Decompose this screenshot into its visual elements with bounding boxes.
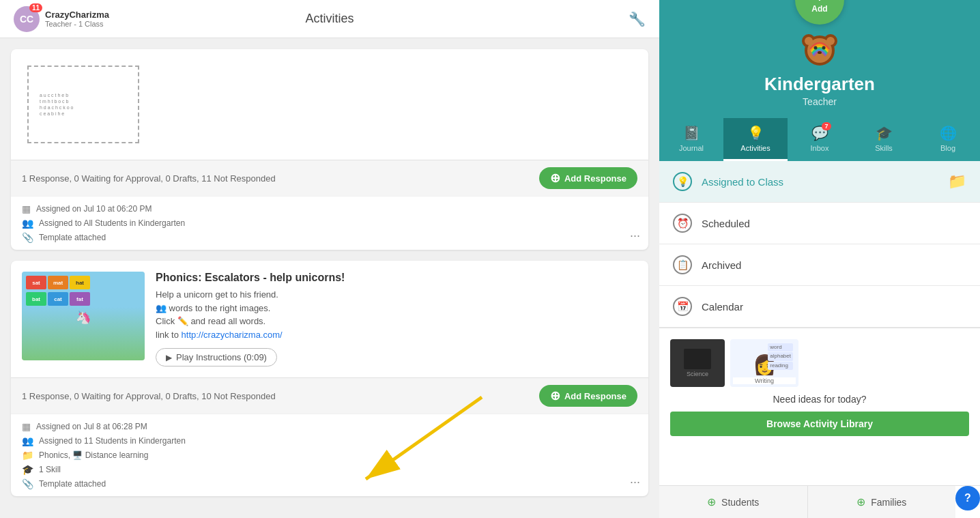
meta-assigned-date-2: ▦ Assigned on Jul 8 at 06:28 PM <box>22 421 637 432</box>
calendar-menu-icon: 📅 <box>673 297 692 316</box>
play-instructions-button[interactable]: ▶ Play Instructions (0:09) <box>156 348 277 366</box>
ideas-text: Need ideas for today? <box>670 394 969 405</box>
add-label: Add <box>811 4 827 14</box>
graduate-icon-2: 🎓 <box>22 464 33 475</box>
user-role: Teacher - 1 Class <box>45 20 109 28</box>
tab-activities[interactable]: 💡 Activities <box>723 118 788 161</box>
paperclip-icon-1: 📎 <box>22 232 33 243</box>
desc-line-3: Click ✏️ and read all words. <box>156 316 265 326</box>
meta-skills-2: 🎓 1 Skill <box>22 464 637 475</box>
activities-label: Activities <box>740 144 770 152</box>
menu-item-scheduled[interactable]: ⏰ Scheduled <box>659 203 980 244</box>
add-response-button-1[interactable]: ⊕ Add Response <box>539 167 637 189</box>
user-profile[interactable]: CC 11 CrazyCharizma Teacher - 1 Class <box>14 6 109 32</box>
play-triangle-icon: ▶ <box>166 353 172 362</box>
plus-icon-2: ⊕ <box>550 390 560 402</box>
sidebar: + Add <box>659 0 980 518</box>
sidebar-header: + Add <box>659 0 980 118</box>
nav-tabs: 📓 Journal 💡 Activities 💬 7 Inbox 🎓 Skill… <box>659 118 980 161</box>
assigned-icon: 💡 <box>673 172 692 191</box>
skills-2: 1 Skill <box>39 465 61 474</box>
calendar-icon-1: ▦ <box>22 203 31 214</box>
card-meta-2: ▦ Assigned on Jul 8 at 06:28 PM 👥 Assign… <box>11 414 648 496</box>
add-button[interactable]: + Add <box>795 0 844 25</box>
response-bar-1: 1 Response, 0 Waiting for Approval, 0 Dr… <box>11 160 648 196</box>
paperclip-icon-2: 📎 <box>22 478 33 489</box>
menu-item-archived[interactable]: 📋 Archived <box>659 244 980 286</box>
scheduled-icon: ⏰ <box>673 214 692 233</box>
idea-thumb-writing: word alphabet reading 👩 Writing <box>730 339 798 387</box>
calendar-icon-2: ▦ <box>22 421 31 432</box>
card-title-2: Phonics: Escalators - help unicorns! <box>156 272 637 284</box>
svg-point-10 <box>818 51 822 54</box>
template-label-1: Template attached <box>39 233 106 242</box>
families-button[interactable]: ⊕ Families <box>808 486 956 518</box>
template-label-2: Template attached <box>39 479 106 489</box>
bottom-buttons: ⊕ Students ⊕ Families ? <box>659 485 980 518</box>
svg-point-9 <box>822 46 826 50</box>
card-info-2: Phonics: Escalators - help unicorns! Hel… <box>156 272 637 366</box>
activity-card-2: sat mat hat bat cat fat 🦄 <box>11 261 648 496</box>
meta-assigned-to-2: 👥 Assigned to 11 Students in Kindergarte… <box>22 435 637 446</box>
card-thumbnail-1: a u c c t h e b t m h t b o c b h d a c … <box>22 60 145 149</box>
journal-label: Journal <box>679 144 704 152</box>
tab-blog[interactable]: 🌐 Blog <box>916 118 980 161</box>
people-icon-1: 👥 <box>22 218 33 229</box>
page-title: Activities <box>305 12 354 26</box>
response-text-2: 1 Response, 0 Waiting for Approval, 0 Dr… <box>22 391 276 401</box>
card-info-1 <box>156 60 637 149</box>
students-button[interactable]: ⊕ Students <box>659 486 808 518</box>
assigned-folder-icon: 📁 <box>948 173 966 190</box>
ideas-preview: Science word alphabet reading 👩 Writing <box>670 339 969 387</box>
archived-label: Archived <box>702 259 966 271</box>
browse-library-button[interactable]: Browse Activity Library <box>670 412 969 436</box>
response-bar-2: 1 Response, 0 Waiting for Approval, 0 Dr… <box>11 377 648 414</box>
card-meta-1: ▦ Assigned on Jul 10 at 06:20 PM 👥 Assig… <box>11 196 648 250</box>
skills-label: Skills <box>875 144 893 152</box>
response-text-1: 1 Response, 0 Waiting for Approval, 0 Dr… <box>22 173 276 184</box>
skills-icon: 🎓 <box>876 125 893 141</box>
blog-icon: 🌐 <box>940 125 957 141</box>
svg-point-7 <box>826 37 835 45</box>
meta-template-1: 📎 Template attached <box>22 232 637 243</box>
desc-line-4: link to http://crazycharizma.com/ <box>156 330 283 340</box>
card-thumbnail-2: sat mat hat bat cat fat 🦄 <box>22 272 145 360</box>
plus-icon-1: ⊕ <box>550 172 560 184</box>
add-response-button-2[interactable]: ⊕ Add Response <box>539 385 637 407</box>
menu-item-calendar[interactable]: 📅 Calendar <box>659 286 980 328</box>
user-name: CrazyCharizma <box>45 10 109 20</box>
tab-journal[interactable]: 📓 Journal <box>659 118 723 161</box>
calendar-label: Calendar <box>702 301 966 313</box>
tags-2: Phonics, 🖥️ Distance learning <box>39 450 148 460</box>
bear-mascot <box>799 30 840 71</box>
inbox-tab-inner: 💬 7 <box>811 125 828 141</box>
families-label: Families <box>871 497 906 508</box>
assigned-date-2: Assigned on Jul 8 at 06:28 PM <box>36 422 147 431</box>
activity-card-1: a u c c t h e b t m h t b o c b h d a c … <box>11 49 648 250</box>
inbox-badge: 7 <box>822 122 831 130</box>
card-top-2: sat mat hat bat cat fat 🦄 <box>11 261 648 377</box>
help-button[interactable]: ? <box>955 486 980 510</box>
families-plus-icon: ⊕ <box>856 495 865 508</box>
scheduled-label: Scheduled <box>702 218 966 229</box>
desc-line-2: 👥 words to the right images. <box>156 303 270 313</box>
meta-template-2: 📎 Template attached <box>22 478 637 489</box>
avatar: CC 11 <box>14 6 40 32</box>
settings-icon[interactable]: 🔧 <box>629 11 646 27</box>
meta-tags-2: 📁 Phonics, 🖥️ Distance learning <box>22 450 637 461</box>
folder-icon-2: 📁 <box>22 450 33 461</box>
tab-skills[interactable]: 🎓 Skills <box>852 118 916 161</box>
top-bar: CC 11 CrazyCharizma Teacher - 1 Class Ac… <box>0 0 659 38</box>
add-response-label-1: Add Response <box>564 173 626 184</box>
meta-assigned-to-1: 👥 Assigned to All Students in Kindergart… <box>22 218 637 229</box>
journal-icon: 📓 <box>683 125 700 141</box>
svg-point-6 <box>805 37 813 45</box>
more-options-button-1[interactable]: ··· <box>630 229 640 243</box>
students-plus-icon: ⊕ <box>707 495 716 508</box>
desc-line-1: Help a unicorn get to his friend. <box>156 289 278 300</box>
tab-inbox[interactable]: 💬 7 Inbox <box>788 118 852 161</box>
desc-link[interactable]: http://crazycharizma.com/ <box>182 330 283 340</box>
more-options-button-2[interactable]: ··· <box>630 475 640 489</box>
menu-item-assigned[interactable]: 💡 Assigned to Class 📁 <box>659 161 980 203</box>
school-role: Teacher <box>803 96 837 107</box>
